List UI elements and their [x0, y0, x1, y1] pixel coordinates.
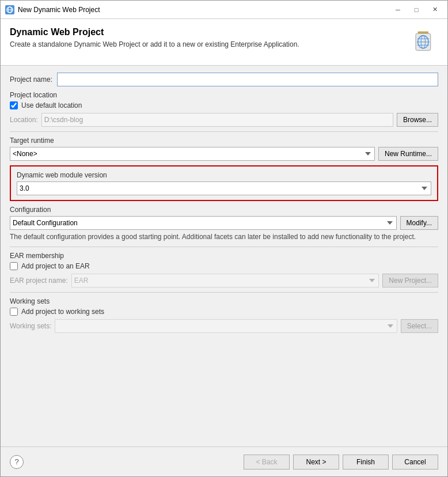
finish-button[interactable]: Finish — [343, 455, 389, 470]
use-default-location-checkbox[interactable] — [10, 101, 18, 109]
add-ear-checkbox[interactable] — [10, 262, 18, 270]
ear-project-name-label: EAR project name: — [10, 277, 68, 285]
module-version-select[interactable]: 3.0 2.5 2.4 2.3 — [17, 181, 431, 195]
use-default-location-label: Use default location — [21, 101, 82, 109]
project-location-title: Project location — [10, 91, 438, 99]
help-button[interactable]: ? — [10, 455, 24, 469]
minimize-button[interactable]: ─ — [390, 4, 406, 16]
location-row: Location: Browse... — [10, 113, 438, 127]
select-button: Select... — [401, 319, 438, 333]
window-title: New Dynamic Web Project — [18, 6, 390, 14]
svg-rect-3 — [418, 31, 428, 33]
working-sets-title: Working sets — [10, 297, 438, 305]
divider-3 — [10, 292, 438, 293]
working-sets-field-row: Working sets: Select... — [10, 319, 438, 333]
header-section: Dynamic Web Project Create a standalone … — [1, 19, 447, 66]
main-window: New Dynamic Web Project ─ □ ✕ Dynamic We… — [0, 0, 448, 477]
divider-2 — [10, 247, 438, 247]
target-runtime-select[interactable]: <None> — [10, 147, 375, 161]
use-default-location-row: Use default location — [10, 101, 438, 109]
back-button[interactable]: < Back — [244, 455, 290, 470]
cancel-button[interactable]: Cancel — [392, 455, 438, 470]
new-project-button: New Project... — [382, 274, 438, 287]
location-label: Location: — [10, 116, 38, 124]
footer-buttons: < Back Next > Finish Cancel — [244, 455, 438, 470]
footer: ? < Back Next > Finish Cancel — [1, 446, 447, 476]
window-controls: ─ □ ✕ — [390, 4, 443, 16]
close-button[interactable]: ✕ — [427, 4, 443, 16]
window-icon — [5, 5, 14, 14]
working-sets-select — [55, 319, 397, 333]
ear-project-name-select: EAR — [71, 274, 379, 287]
add-working-sets-checkbox[interactable] — [10, 308, 18, 316]
ear-membership-section: EAR membership Add project to an EAR EAR… — [10, 252, 438, 287]
content-area: Project name: Project location Use defau… — [1, 66, 447, 446]
browse-button[interactable]: Browse... — [397, 113, 438, 127]
module-version-box: Dynamic web module version 3.0 2.5 2.4 2… — [10, 165, 438, 201]
configuration-description: The default configuration provides a goo… — [10, 232, 438, 242]
header-title: Dynamic Web Project — [10, 27, 401, 37]
configuration-title: Configuration — [10, 206, 438, 214]
project-name-row: Project name: — [10, 73, 438, 86]
configuration-select[interactable]: Default Configuration — [10, 216, 397, 230]
new-runtime-button[interactable]: New Runtime... — [378, 147, 438, 161]
modify-button[interactable]: Modify... — [400, 216, 438, 230]
target-runtime-row: <None> New Runtime... — [10, 147, 438, 161]
ear-membership-title: EAR membership — [10, 252, 438, 260]
location-input — [41, 113, 393, 127]
header-icon — [408, 27, 438, 57]
configuration-section: Configuration Default Configuration Modi… — [10, 206, 438, 242]
add-ear-label: Add project to an EAR — [21, 262, 90, 270]
add-working-sets-label: Add project to working sets — [21, 308, 104, 316]
add-ear-row: Add project to an EAR — [10, 262, 438, 270]
target-runtime-title: Target runtime — [10, 137, 438, 145]
working-sets-section: Working sets Add project to working sets… — [10, 297, 438, 333]
header-description: Create a standalone Dynamic Web Project … — [10, 40, 401, 50]
next-button[interactable]: Next > — [293, 455, 339, 470]
title-bar: New Dynamic Web Project ─ □ ✕ — [1, 1, 447, 19]
working-sets-field-label: Working sets: — [10, 322, 51, 330]
ear-project-name-row: EAR project name: EAR New Project... — [10, 274, 438, 287]
header-text: Dynamic Web Project Create a standalone … — [10, 27, 401, 50]
configuration-row: Default Configuration Modify... — [10, 216, 438, 230]
project-name-input[interactable] — [57, 73, 438, 86]
divider-1 — [10, 131, 438, 132]
project-name-label: Project name: — [10, 75, 52, 84]
maximize-button[interactable]: □ — [408, 4, 424, 16]
add-working-sets-row: Add project to working sets — [10, 308, 438, 316]
module-version-label: Dynamic web module version — [17, 171, 431, 179]
